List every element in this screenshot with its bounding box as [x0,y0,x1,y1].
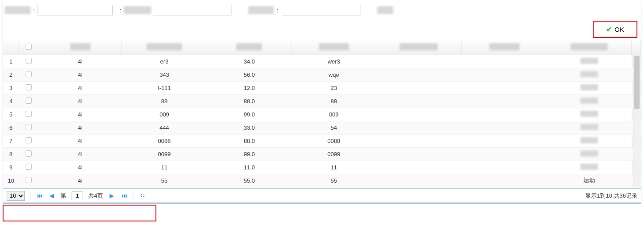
col-header-d[interactable] [292,41,376,55]
cell-e [376,161,461,174]
cell-d: 009 [292,108,376,121]
row-checkbox[interactable] [26,150,32,157]
row-checkbox-cell [19,121,39,134]
cell-a: 4I [39,161,121,174]
action-row: ✔ OK [3,18,641,41]
table-row[interactable]: 84I009999.00099 [3,147,641,161]
cell-g [547,68,631,81]
cell-c: 99.0 [207,147,292,161]
ok-button[interactable]: ✔ OK [593,21,637,38]
colon-3: : [276,7,279,14]
row-checkbox[interactable] [26,164,32,170]
cell-f [462,121,547,134]
row-checkbox[interactable] [26,137,32,143]
cell-g [547,121,631,134]
cell-f [462,68,547,81]
filter-input-2[interactable] [153,5,231,15]
table-row[interactable]: 64I44433.054 [3,121,641,134]
col-header-checkbox [19,41,39,55]
pager-summary: 显示1到10,共36记录 [585,192,637,200]
cell-g [547,147,631,161]
cell-c: 99.0 [207,108,292,121]
filter-input-1[interactable] [38,5,113,15]
cell-d: 0099 [292,147,376,161]
pager: 10 ⏮ ◀ 第 共4页 ▶ ⏭ ↻ 显示1到10,共36记录 [3,188,641,202]
row-checkbox[interactable] [26,84,32,90]
table-row[interactable]: 34II-11112.023 [3,81,641,94]
divider [30,192,30,200]
cell-d: 23 [292,81,376,94]
table-row[interactable]: 54I00999.0009 [3,108,641,121]
vertical-scrollbar[interactable] [633,55,640,187]
prev-page-icon[interactable]: ◀ [48,192,55,199]
cell-e [376,108,461,121]
col-header-c[interactable] [207,41,292,55]
col-header-e[interactable] [376,41,461,55]
page-size-select[interactable]: 10 [7,191,25,201]
cell-c: 56.0 [207,68,292,81]
row-checkbox[interactable] [26,124,32,130]
page-prefix: 第 [61,192,66,200]
cell-b: I-111 [121,81,207,94]
next-page-icon[interactable]: ▶ [108,192,115,199]
scrollbar-thumb[interactable] [634,56,640,109]
filter-input-3[interactable] [282,5,360,15]
cell-a: 4I [39,81,121,94]
cell-f [462,55,547,68]
cell-e [376,81,461,94]
col-header-scroll [632,41,641,55]
divider [133,192,133,200]
row-checkbox[interactable] [26,71,32,77]
cell-c: 55.0 [207,174,292,187]
cell-d: 88 [292,94,376,108]
table-row[interactable]: 94I1111.011 [3,161,641,174]
cell-a: 4I [39,134,121,147]
filter-label-2 [124,6,151,14]
ok-label: OK [614,26,624,33]
col-header-f[interactable] [462,41,547,55]
cell-e [376,55,461,68]
table-row[interactable]: 74I008888.00088 [3,134,641,147]
current-page-input[interactable] [72,191,83,200]
table-row[interactable]: 104I5555.055运动 [3,174,641,187]
cell-c: 88.0 [207,94,292,108]
filter-label-4 [377,6,393,14]
row-index: 8 [3,147,19,161]
cell-d: 55 [292,174,376,187]
row-checkbox[interactable] [26,177,32,183]
row-checkbox[interactable] [26,97,32,104]
cell-a: 4I [39,108,121,121]
last-page-icon[interactable]: ⏭ [121,192,128,199]
row-index: 2 [3,68,19,81]
cell-c: 88.0 [207,134,292,147]
cell-f [462,94,547,108]
select-all-checkbox[interactable] [26,44,32,50]
table-row[interactable]: 24I34356.0wqe [3,68,641,81]
data-grid: 14Ier334.0wer324I34356.0wqe34II-11112.02… [3,41,641,187]
cell-d: 54 [292,121,376,134]
col-header-g[interactable] [547,41,631,55]
cell-d: 0088 [292,134,376,147]
total-pages-label: 共4页 [88,192,103,200]
row-checkbox[interactable] [26,58,32,64]
cell-g [547,161,631,174]
cell-c: 12.0 [207,81,292,94]
cell-e [376,174,461,187]
col-header-a[interactable] [39,41,121,55]
cell-b: er3 [121,55,207,68]
cell-e [376,94,461,108]
filter-label-1 [5,6,30,14]
cell-e [376,68,461,81]
first-page-icon[interactable]: ⏮ [36,192,43,199]
row-checkbox[interactable] [26,111,32,117]
cell-c: 33.0 [207,121,292,134]
refresh-icon[interactable]: ↻ [139,192,146,199]
cell-b: 009 [121,108,207,121]
col-header-b[interactable] [121,41,207,55]
table-row[interactable]: 44I8888.088 [3,94,641,108]
check-icon: ✔ [606,25,612,34]
row-index: 6 [3,121,19,134]
row-checkbox-cell [19,147,39,161]
table-row[interactable]: 14Ier334.0wer3 [3,55,641,68]
row-index: 1 [3,55,19,68]
